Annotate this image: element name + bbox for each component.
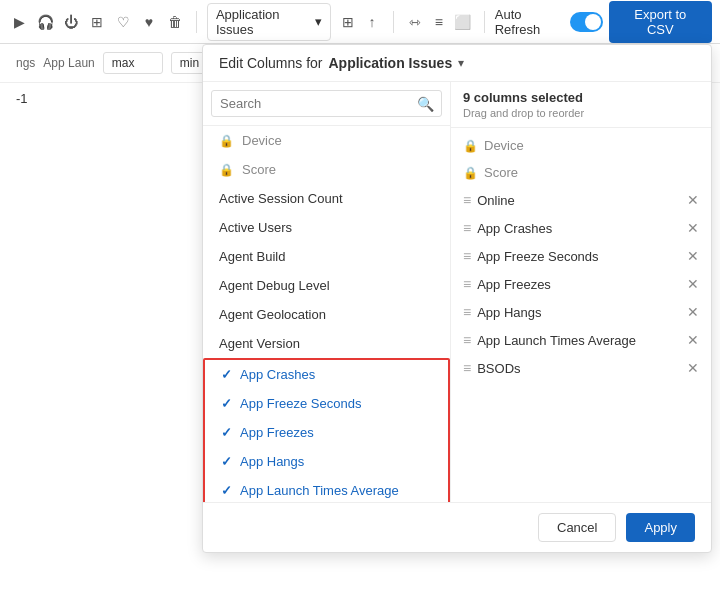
remove-app-crashes-icon[interactable]: ✕: [687, 220, 699, 236]
right-item-bsods[interactable]: ≡ BSODs ✕: [451, 354, 711, 382]
left-item-active-session[interactable]: Active Session Count: [203, 184, 450, 213]
filter-label-2: App Laun: [43, 56, 94, 70]
panel-header: Edit Columns for Application Issues ▾: [203, 45, 711, 82]
sort-up-icon[interactable]: ↑: [361, 11, 383, 33]
highlight-group: ✓ App Crashes ✓ App Freeze Seconds ✓ App…: [203, 358, 450, 502]
right-item-device-label: Device: [484, 138, 699, 153]
filter-icon[interactable]: ≡: [428, 11, 450, 33]
heart-fill-icon[interactable]: ♥: [138, 11, 160, 33]
remove-bsods-icon[interactable]: ✕: [687, 360, 699, 376]
left-item-device-label: Device: [242, 133, 282, 148]
toolbar-divider-1: [196, 11, 197, 33]
remove-app-launch-avg-icon[interactable]: ✕: [687, 332, 699, 348]
panel-footer: Cancel Apply: [203, 502, 711, 552]
headphones-icon[interactable]: 🎧: [34, 11, 56, 33]
heart-icon[interactable]: ♡: [112, 11, 134, 33]
export-button[interactable]: Export to CSV: [609, 1, 712, 43]
left-item-app-freezes[interactable]: ✓ App Freezes: [205, 418, 448, 447]
right-item-score-label: Score: [484, 165, 699, 180]
right-item-app-freezes[interactable]: ≡ App Freezes ✕: [451, 270, 711, 298]
drag-hint: Drag and drop to reorder: [463, 107, 699, 119]
left-item-app-hangs[interactable]: ✓ App Hangs: [205, 447, 448, 476]
check-icon: ✓: [221, 396, 232, 411]
cancel-button[interactable]: Cancel: [538, 513, 616, 542]
lock-icon: 🔒: [463, 139, 478, 153]
left-item-app-crashes[interactable]: ✓ App Crashes: [205, 360, 448, 389]
left-item-app-freeze-secs[interactable]: ✓ App Freeze Seconds: [205, 389, 448, 418]
check-icon: ✓: [221, 367, 232, 382]
toolbar: ▶ 🎧 ⏻ ⊞ ♡ ♥ 🗑 Application Issues ▾ ⊞ ↑ ⇿…: [0, 0, 720, 44]
remove-online-icon[interactable]: ✕: [687, 192, 699, 208]
search-icon: 🔍: [417, 96, 434, 112]
search-input[interactable]: [211, 90, 442, 117]
left-item-app-launch-avg-label: App Launch Times Average: [240, 483, 399, 498]
auto-refresh-section: Auto Refresh: [495, 7, 603, 37]
right-item-device: 🔒 Device: [451, 132, 711, 159]
check-icon: ✓: [221, 483, 232, 498]
right-item-bsods-label: BSODs: [477, 361, 681, 376]
right-item-app-hangs[interactable]: ≡ App Hangs ✕: [451, 298, 711, 326]
lock-icon: 🔒: [219, 163, 234, 177]
grid-icon[interactable]: ⊞: [86, 11, 108, 33]
left-item-agent-debug[interactable]: Agent Debug Level: [203, 271, 450, 300]
right-item-app-hangs-label: App Hangs: [477, 305, 681, 320]
right-item-app-freezes-label: App Freezes: [477, 277, 681, 292]
apply-button[interactable]: Apply: [626, 513, 695, 542]
left-item-agent-version[interactable]: Agent Version: [203, 329, 450, 358]
drag-icon: ≡: [463, 248, 471, 264]
dropdown-label: Application Issues: [216, 7, 311, 37]
remove-app-freezes-icon[interactable]: ✕: [687, 276, 699, 292]
left-item-active-users-label: Active Users: [219, 220, 292, 235]
table-icon[interactable]: ⊞: [337, 11, 359, 33]
right-item-app-freeze-secs-label: App Freeze Seconds: [477, 249, 681, 264]
left-item-app-crashes-label: App Crashes: [240, 367, 315, 382]
left-item-app-launch-avg[interactable]: ✓ App Launch Times Average: [205, 476, 448, 502]
left-item-agent-build[interactable]: Agent Build: [203, 242, 450, 271]
toolbar-divider-3: [484, 11, 485, 33]
search-box: 🔍: [203, 82, 450, 126]
left-item-score-label: Score: [242, 162, 276, 177]
left-item-score[interactable]: 🔒 Score: [203, 155, 450, 184]
drag-icon: ≡: [463, 276, 471, 292]
toolbar-divider-2: [393, 11, 394, 33]
right-item-online-label: Online: [477, 193, 681, 208]
panel-header-chevron: ▾: [458, 56, 464, 70]
left-item-app-freeze-secs-label: App Freeze Seconds: [240, 396, 361, 411]
left-item-active-users[interactable]: Active Users: [203, 213, 450, 242]
drag-icon: ≡: [463, 192, 471, 208]
power-icon[interactable]: ⏻: [60, 11, 82, 33]
remove-app-hangs-icon[interactable]: ✕: [687, 304, 699, 320]
panel-body: 🔍 🔒 Device 🔒 Score Active Session Count: [203, 82, 711, 502]
right-item-app-launch-avg[interactable]: ≡ App Launch Times Average ✕: [451, 326, 711, 354]
drag-icon: ≡: [463, 220, 471, 236]
left-item-device[interactable]: 🔒 Device: [203, 126, 450, 155]
left-item-agent-geo[interactable]: Agent Geolocation: [203, 300, 450, 329]
right-item-app-crashes[interactable]: ≡ App Crashes ✕: [451, 214, 711, 242]
check-icon: ✓: [221, 425, 232, 440]
left-column: 🔍 🔒 Device 🔒 Score Active Session Count: [203, 82, 451, 502]
chevron-down-icon: ▾: [315, 14, 322, 29]
left-item-agent-geo-label: Agent Geolocation: [219, 307, 326, 322]
toolbar-grid-icons: ⊞ ↑: [337, 11, 383, 33]
left-item-app-hangs-label: App Hangs: [240, 454, 304, 469]
lock-icon: 🔒: [219, 134, 234, 148]
right-item-app-crashes-label: App Crashes: [477, 221, 681, 236]
lock-icon: 🔒: [463, 166, 478, 180]
play-icon[interactable]: ▶: [8, 11, 30, 33]
max-input[interactable]: [103, 52, 163, 74]
left-item-agent-build-label: Agent Build: [219, 249, 286, 264]
application-issues-dropdown[interactable]: Application Issues ▾: [207, 3, 331, 41]
more-icon[interactable]: ⬜: [452, 11, 474, 33]
left-item-agent-version-label: Agent Version: [219, 336, 300, 351]
columns-icon[interactable]: ⇿: [404, 11, 426, 33]
remove-app-freeze-secs-icon[interactable]: ✕: [687, 248, 699, 264]
right-item-online[interactable]: ≡ Online ✕: [451, 186, 711, 214]
trash-icon[interactable]: 🗑: [164, 11, 186, 33]
right-column-header: 9 columns selected Drag and drop to reor…: [451, 82, 711, 128]
right-column: 9 columns selected Drag and drop to reor…: [451, 82, 711, 502]
auto-refresh-label: Auto Refresh: [495, 7, 564, 37]
left-item-app-freezes-label: App Freezes: [240, 425, 314, 440]
right-item-app-freeze-secs[interactable]: ≡ App Freeze Seconds ✕: [451, 242, 711, 270]
auto-refresh-toggle[interactable]: [570, 12, 603, 32]
right-column-items: 🔒 Device 🔒 Score ≡ Online ✕ ≡ App Crashe…: [451, 128, 711, 502]
